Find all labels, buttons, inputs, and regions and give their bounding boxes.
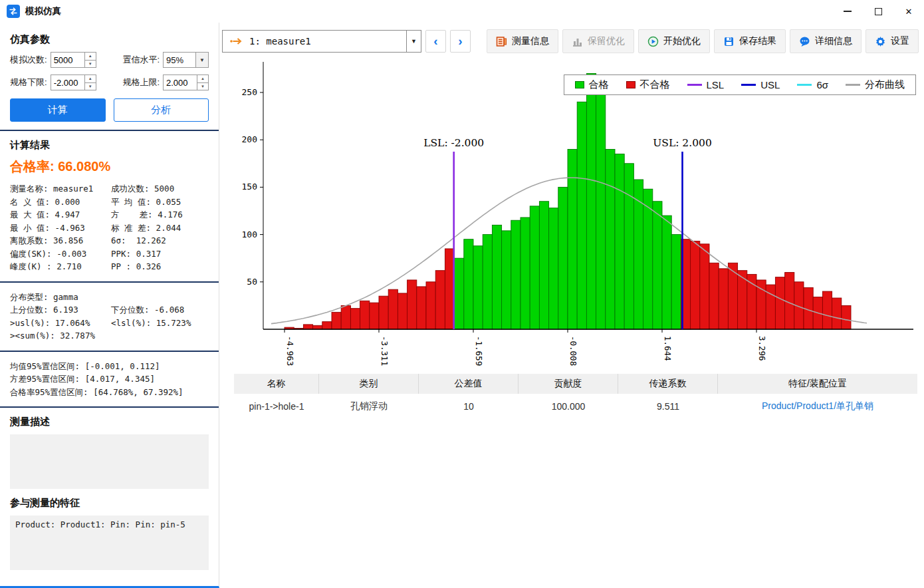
next-measure-button[interactable]: › bbox=[450, 30, 471, 53]
keep-optimize-button[interactable]: 保留优化 bbox=[562, 29, 634, 53]
spec-lower-spinner[interactable] bbox=[51, 74, 96, 90]
confidence-field: 置信水平: 95% bbox=[122, 52, 209, 68]
sim-count-input[interactable] bbox=[51, 53, 84, 67]
close-icon bbox=[905, 5, 913, 17]
measure-info-label: 测量信息 bbox=[512, 35, 549, 47]
spec-upper-input[interactable] bbox=[164, 75, 197, 90]
cell-contribution: 100.000 bbox=[519, 401, 618, 412]
curve-line-icon bbox=[846, 84, 860, 86]
spinner-arrows-icon[interactable] bbox=[84, 75, 96, 90]
spec-lower-input[interactable] bbox=[51, 75, 84, 90]
bar-chart-icon bbox=[572, 36, 583, 47]
save-results-label: 保存结果 bbox=[739, 35, 776, 47]
details-button[interactable]: 详细信息 bbox=[790, 29, 862, 53]
pass-rate: 合格率: 66.080% bbox=[10, 158, 209, 176]
confidence-section: 均值95%置信区间: [-0.001, 0.112] 方差95%置信区间: [4… bbox=[10, 360, 209, 399]
sigma-line-icon bbox=[797, 84, 812, 86]
keep-optimize-label: 保留优化 bbox=[588, 35, 625, 47]
chevron-down-icon[interactable] bbox=[406, 31, 421, 52]
params-title: 仿真参数 bbox=[10, 33, 209, 46]
window-title: 模拟仿真 bbox=[25, 5, 61, 17]
legend-item: 不合格 bbox=[626, 78, 670, 91]
maximize-button[interactable] bbox=[863, 0, 893, 23]
column-header: 传递系数 bbox=[618, 374, 718, 394]
spec-upper-label: 规格上限: bbox=[122, 76, 160, 88]
column-header: 贡献度 bbox=[519, 374, 618, 394]
results-title: 计算结果 bbox=[10, 139, 209, 152]
svg-text:1.644: 1.644 bbox=[663, 336, 673, 361]
chevron-down-icon[interactable] bbox=[195, 53, 208, 67]
spec-upper-spinner[interactable] bbox=[163, 74, 209, 90]
column-header: 公差值 bbox=[419, 374, 519, 394]
svg-text:-4.963: -4.963 bbox=[285, 336, 295, 366]
play-icon bbox=[647, 36, 659, 47]
description-title: 测量描述 bbox=[10, 416, 209, 428]
cell-category: 孔销浮动 bbox=[319, 400, 419, 412]
toolbar: 1: measure1 ‹ › 测量信息 保留优化 开始优化 bbox=[222, 29, 919, 53]
divider bbox=[0, 130, 219, 131]
close-button[interactable] bbox=[893, 0, 924, 23]
stat-line: ><sum(%): 32.787% bbox=[10, 329, 209, 343]
cell-name: pin-1->hole-1 bbox=[234, 401, 319, 412]
histogram-chart: 50100150200250-4.963-3.311-1.659-0.0081.… bbox=[234, 59, 916, 379]
usl-line-icon bbox=[741, 84, 756, 86]
analyze-button[interactable]: 分析 bbox=[114, 98, 209, 122]
start-optimize-button[interactable]: 开始优化 bbox=[638, 29, 710, 53]
gear-icon bbox=[875, 36, 886, 47]
stat-line: 离散系数: 36.856 bbox=[10, 234, 111, 247]
save-results-button[interactable]: 保存结果 bbox=[714, 29, 786, 53]
contribution-table: 名称 类别 公差值 贡献度 传递系数 特征/装配位置 pin-1->hole-1… bbox=[234, 374, 917, 419]
prev-measure-button[interactable]: ‹ bbox=[425, 30, 446, 53]
lsl-line-icon bbox=[687, 84, 702, 86]
measure-select[interactable]: 1: measure1 bbox=[222, 30, 421, 53]
divider bbox=[0, 351, 219, 352]
distribution-section: 分布类型: gamma 上分位数: 6.193 下分位数: -6.068 >us… bbox=[10, 291, 209, 343]
svg-text:-1.659: -1.659 bbox=[474, 336, 484, 366]
window-controls bbox=[832, 0, 924, 23]
stat-line: 均值95%置信区间: [-0.001, 0.112] bbox=[10, 360, 209, 373]
measure-description-input[interactable] bbox=[10, 434, 209, 489]
titlebar: 模拟仿真 bbox=[0, 0, 924, 23]
details-label: 详细信息 bbox=[815, 35, 852, 47]
legend-label: 6σ bbox=[816, 79, 828, 90]
svg-text:150: 150 bbox=[242, 182, 257, 192]
histogram-canvas: 50100150200250-4.963-3.311-1.659-0.0081.… bbox=[234, 59, 916, 379]
confidence-select[interactable]: 95% bbox=[163, 52, 209, 68]
table-row: pin-1->hole-1 孔销浮动 10 100.000 9.511 Prod… bbox=[234, 394, 917, 419]
stat-line: >usl(%): 17.064% bbox=[10, 317, 111, 330]
stat-line: 方 差: 4.176 bbox=[111, 208, 209, 221]
save-icon bbox=[723, 36, 735, 47]
chat-bubble-icon bbox=[799, 36, 810, 47]
cell-coefficient: 9.511 bbox=[618, 401, 718, 412]
pass-swatch-icon bbox=[575, 81, 584, 88]
sim-count-field: 模拟次数: bbox=[10, 52, 96, 68]
param-row: 模拟次数: 置信水平: 95% bbox=[10, 52, 209, 68]
legend-item: 分布曲线 bbox=[846, 78, 905, 91]
measure-features-input[interactable]: Product: Product1: Pin: Pin: pin-5 bbox=[10, 515, 209, 570]
stat-line: <lsl(%): 15.723% bbox=[111, 317, 209, 330]
svg-text:USL: 2.000: USL: 2.000 bbox=[653, 137, 712, 149]
svg-text:50: 50 bbox=[247, 277, 257, 287]
measure-info-button[interactable]: 测量信息 bbox=[487, 29, 558, 53]
divider bbox=[0, 281, 219, 283]
legend-item: 6σ bbox=[797, 79, 828, 90]
stat-line: 平 均 值: 0.055 bbox=[111, 196, 209, 209]
chart-legend: 合格 不合格 LSL USL 6σ 分布曲线 bbox=[564, 74, 917, 95]
assembly-position-link[interactable]: Product/Product1/单孔单销 bbox=[718, 400, 917, 412]
stat-line: 偏度(SK): -0.003 bbox=[10, 247, 111, 261]
svg-text:3.296: 3.296 bbox=[757, 336, 767, 361]
spec-lower-field: 规格下限: bbox=[10, 74, 96, 90]
svg-text:LSL: -2.000: LSL: -2.000 bbox=[423, 137, 484, 149]
svg-text:100: 100 bbox=[242, 229, 257, 239]
minimize-button[interactable] bbox=[832, 0, 863, 23]
settings-button[interactable]: 设置 bbox=[866, 29, 919, 53]
stats-right-column: 成功次数: 5000 平 均 值: 0.055 方 差: 4.176 标 准 差… bbox=[111, 182, 209, 273]
pass-rate-value: 66.080% bbox=[58, 159, 110, 174]
sim-count-spinner[interactable] bbox=[51, 52, 96, 68]
column-header: 特征/装配位置 bbox=[718, 374, 917, 394]
spinner-arrows-icon[interactable] bbox=[197, 75, 208, 90]
calculate-button[interactable]: 计算 bbox=[10, 98, 106, 122]
app-icon bbox=[7, 5, 20, 18]
spinner-arrows-icon[interactable] bbox=[84, 53, 96, 67]
stat-line: 分布类型: gamma bbox=[10, 291, 209, 304]
